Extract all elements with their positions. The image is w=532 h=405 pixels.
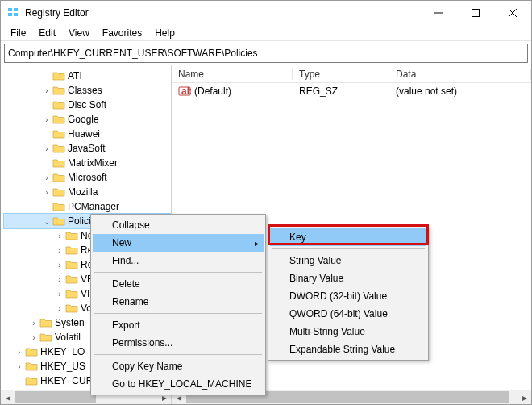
- tree-item[interactable]: ›Microsoft: [4, 170, 171, 185]
- svg-text:ab: ab: [181, 86, 191, 97]
- tree-item-label: Google: [68, 114, 99, 125]
- window-buttons: [420, 1, 531, 25]
- menu-view[interactable]: View: [62, 26, 96, 40]
- tree-item[interactable]: ›JavaSoft: [4, 141, 171, 156]
- folder-icon: [65, 229, 78, 242]
- ctx-new-multistring[interactable]: Multi-String Value: [270, 323, 426, 340]
- tree-twisty-icon[interactable]: ›: [28, 333, 39, 342]
- col-data[interactable]: Data: [389, 69, 531, 80]
- main-area: ATI›ClassesDisc Soft›GoogleHuawei›JavaSo…: [1, 65, 531, 404]
- tree-item-label: HKEY_US: [40, 361, 85, 372]
- ctx-new-binary[interactable]: Binary Value: [270, 269, 426, 287]
- folder-icon: [25, 374, 38, 387]
- tree-twisty-icon[interactable]: ›: [41, 86, 52, 95]
- ctx-delete[interactable]: Delete: [93, 275, 264, 293]
- col-type[interactable]: Type: [293, 69, 389, 80]
- tree-item-label: Huawei: [68, 128, 100, 140]
- ctx-rename[interactable]: Rename: [93, 293, 264, 311]
- tree-twisty-icon[interactable]: ›: [41, 115, 52, 124]
- tree-twisty-icon[interactable]: ›: [54, 275, 65, 284]
- folder-icon: [65, 258, 78, 271]
- registry-editor-window: Registry Editor File Edit View Favorites…: [0, 0, 532, 405]
- tree-item-label: JavaSoft: [68, 143, 106, 154]
- value-name: (Default): [194, 86, 231, 97]
- maximize-button[interactable]: [457, 1, 494, 25]
- ctx-export[interactable]: Export: [93, 316, 264, 334]
- list-row[interactable]: ab (Default) REG_SZ (value not set): [172, 83, 531, 99]
- folder-icon: [52, 113, 65, 126]
- ctx-find[interactable]: Find...: [93, 252, 264, 269]
- tree-item-label: Mozilla: [68, 186, 98, 198]
- menu-edit[interactable]: Edit: [32, 26, 62, 40]
- tree-twisty-icon[interactable]: ›: [41, 188, 52, 197]
- value-data: (value not set): [389, 86, 531, 97]
- tree-item-label: Disc Soft: [68, 99, 106, 111]
- scroll-right-icon[interactable]: ▸: [517, 390, 531, 404]
- ctx-new-dword[interactable]: DWORD (32-bit) Value: [270, 287, 426, 305]
- tree-item-label: Microsoft: [68, 172, 107, 183]
- ctx-goto-hklm[interactable]: Go to HKEY_LOCAL_MACHINE: [93, 375, 264, 393]
- list-header: Name Type Data: [172, 65, 531, 83]
- value-type: REG_SZ: [293, 86, 389, 97]
- menu-file[interactable]: File: [4, 26, 32, 40]
- folder-icon: [52, 171, 65, 184]
- address-bar[interactable]: Computer\HKEY_CURRENT_USER\SOFTWARE\Poli…: [4, 44, 528, 63]
- tree-item[interactable]: Huawei: [4, 127, 171, 141]
- close-button[interactable]: [494, 1, 531, 25]
- col-name[interactable]: Name: [172, 69, 293, 80]
- tree-item[interactable]: Disc Soft: [4, 98, 171, 112]
- tree-item[interactable]: MatrixMixer: [4, 156, 171, 170]
- tree-twisty-icon[interactable]: ›: [54, 232, 65, 240]
- folder-icon: [52, 215, 65, 228]
- svg-rect-3: [14, 13, 18, 16]
- address-path: Computer\HKEY_CURRENT_USER\SOFTWARE\Poli…: [8, 48, 258, 59]
- context-submenu-new: Key String Value Binary Value DWORD (32-…: [268, 226, 429, 361]
- folder-icon: [52, 200, 65, 213]
- svg-rect-2: [14, 8, 18, 11]
- scroll-left-icon[interactable]: ◂: [1, 390, 15, 404]
- menu-help[interactable]: Help: [148, 26, 181, 40]
- menu-favorites[interactable]: Favorites: [96, 26, 148, 40]
- ctx-separator: [94, 354, 262, 355]
- ctx-separator: [94, 272, 262, 273]
- tree-twisty-icon[interactable]: ›: [14, 362, 25, 371]
- folder-icon: [65, 273, 78, 286]
- titlebar: Registry Editor: [1, 1, 531, 25]
- folder-icon: [52, 127, 65, 140]
- tree-item[interactable]: ›Classes: [4, 83, 171, 98]
- context-menu: Collapse New Find... Delete Rename Expor…: [90, 214, 266, 395]
- minimize-button[interactable]: [420, 1, 457, 25]
- ctx-new[interactable]: New: [93, 234, 264, 252]
- svg-rect-5: [472, 10, 480, 17]
- ctx-new-qword[interactable]: QWORD (64-bit) Value: [270, 305, 426, 323]
- ctx-new-key[interactable]: Key: [270, 228, 426, 246]
- ctx-new-string[interactable]: String Value: [270, 252, 426, 269]
- tree-twisty-icon[interactable]: ›: [28, 319, 39, 328]
- ctx-copy-key-name[interactable]: Copy Key Name: [93, 357, 264, 375]
- folder-icon: [65, 244, 78, 257]
- folder-icon: [52, 84, 65, 97]
- folder-icon: [65, 287, 78, 300]
- tree-twisty-icon[interactable]: ›: [54, 261, 65, 269]
- scroll-thumb[interactable]: [15, 391, 96, 403]
- folder-icon: [52, 157, 65, 169]
- ctx-collapse[interactable]: Collapse: [93, 216, 264, 234]
- tree-item-label: Volatil: [55, 332, 81, 343]
- tree-item[interactable]: PCManager: [4, 199, 171, 214]
- tree-item[interactable]: ›Google: [4, 112, 171, 127]
- ctx-new-expandstring[interactable]: Expandable String Value: [270, 340, 426, 358]
- tree-twisty-icon[interactable]: ›: [41, 173, 52, 182]
- folder-icon: [52, 69, 65, 82]
- tree-twisty-icon[interactable]: ›: [41, 144, 52, 153]
- menubar: File Edit View Favorites Help: [1, 25, 531, 41]
- ctx-permissions[interactable]: Permissions...: [93, 334, 264, 352]
- tree-item-label: HKEY_LO: [40, 346, 85, 357]
- tree-twisty-icon[interactable]: ›: [54, 290, 65, 299]
- window-title: Registry Editor: [25, 7, 420, 19]
- tree-twisty-icon[interactable]: ›: [54, 304, 65, 313]
- tree-twisty-icon[interactable]: ⌄: [41, 217, 52, 226]
- tree-twisty-icon[interactable]: ›: [14, 348, 25, 357]
- tree-twisty-icon[interactable]: ›: [54, 246, 65, 255]
- tree-item[interactable]: ›Mozilla: [4, 185, 171, 199]
- tree-item[interactable]: ATI: [4, 69, 171, 83]
